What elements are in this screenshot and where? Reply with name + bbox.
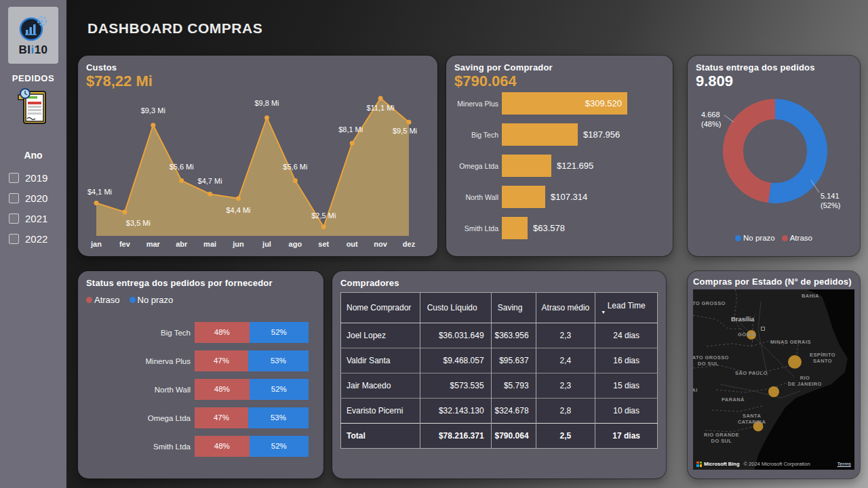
map-bubble-minas-gerais[interactable] bbox=[788, 355, 802, 369]
custos-month-label: jul bbox=[262, 240, 271, 248]
custos-point-mar[interactable] bbox=[151, 123, 155, 127]
card-title: Status entrega dos pedidos bbox=[696, 62, 852, 73]
saving-bar-north-wall[interactable] bbox=[502, 186, 545, 208]
table-cell: 2,4 bbox=[536, 348, 595, 373]
segment-no-prazo-smith-ltda[interactable]: 52% bbox=[250, 436, 309, 457]
donut-callout-atraso: 4.668 bbox=[701, 110, 720, 119]
saving-category-label: Smith Ltda bbox=[454, 224, 502, 232]
segment-atraso-big-tech[interactable]: 48% bbox=[195, 322, 250, 343]
logo-text: BIi10 bbox=[18, 44, 47, 56]
card-title: Compradores bbox=[340, 278, 658, 288]
custos-point-jun[interactable] bbox=[236, 196, 241, 201]
custos-point-dez[interactable] bbox=[407, 120, 412, 125]
fornecedor-legend: AtrasoNo prazo bbox=[86, 295, 315, 305]
pedidos-label: PEDIDOS bbox=[12, 73, 55, 83]
table-row[interactable]: Valdir Santa$9.468.057$95.6372,416 dias bbox=[341, 348, 658, 373]
custos-month-label: out bbox=[347, 240, 358, 248]
custos-point-out[interactable] bbox=[350, 141, 355, 146]
segment-atraso-north-wall[interactable]: 48% bbox=[195, 379, 250, 400]
total-cell: $790.064 bbox=[491, 424, 536, 449]
map-canvas: BAHIAMATO GROSSOGOIÁSMINAS GERAISESPÍRIT… bbox=[693, 289, 854, 470]
year-checkbox-2019[interactable] bbox=[9, 173, 19, 183]
table-cell: $36.031.649 bbox=[420, 323, 491, 348]
segment-no-prazo-minerva-plus[interactable]: 53% bbox=[248, 350, 309, 371]
table-cell: 10 dias bbox=[595, 399, 658, 424]
card-status-entrega: Status entrega dos pedidos 9.809 4.668(4… bbox=[688, 56, 860, 256]
custos-point-set[interactable] bbox=[321, 224, 326, 229]
column-header-atraso-medio[interactable]: Atraso médio bbox=[536, 293, 595, 323]
table-cell: $573.535 bbox=[420, 373, 491, 399]
year-filter-2022[interactable]: 2022 bbox=[0, 233, 66, 245]
custos-point-jul[interactable] bbox=[264, 115, 269, 120]
card-mapa: Compras por Estado (N° de pedidos) BAHIA… bbox=[688, 271, 860, 479]
card-saving: Saving por Comprador $790.064 Minerva Pl… bbox=[446, 56, 673, 256]
custos-month-label: fev bbox=[119, 240, 131, 248]
custos-month-label: abr bbox=[176, 240, 188, 248]
custos-point-ago[interactable] bbox=[293, 178, 298, 183]
map-bubble-sao-paulo[interactable] bbox=[768, 386, 779, 397]
map-state-label: MINAS GERAIS bbox=[770, 339, 811, 345]
total-cell: 2,5 bbox=[536, 424, 595, 449]
custos-value-label: $4,7 Mi bbox=[198, 177, 222, 185]
year-checkbox-2021[interactable] bbox=[9, 214, 19, 224]
column-header-lead-time[interactable]: Lead Time▼ bbox=[595, 293, 658, 323]
column-header-custo-liquido[interactable]: Custo Líquido bbox=[420, 293, 491, 323]
map-state-label: SANTA CATARINA bbox=[738, 413, 766, 426]
segment-atraso-omega-ltda[interactable]: 47% bbox=[195, 407, 248, 428]
year-checkbox-2022[interactable] bbox=[9, 234, 19, 244]
fornecedor-row: Smith Ltda48%52% bbox=[86, 436, 315, 457]
custos-value-label: $3,5 Mi bbox=[126, 219, 151, 227]
card-status-fornecedor: Status entrega dos pedidos por fornecedo… bbox=[78, 271, 323, 479]
total-cell: Total bbox=[341, 424, 420, 449]
year-filter-2021[interactable]: 2021 bbox=[0, 213, 66, 224]
sort-desc-icon: ▼ bbox=[595, 310, 657, 314]
custos-point-mai[interactable] bbox=[208, 192, 212, 197]
map-state-label: PARAGUAI bbox=[693, 387, 698, 393]
terms-link[interactable]: Terms bbox=[837, 461, 851, 467]
saving-bar-omega-ltda[interactable] bbox=[502, 155, 551, 177]
table-row[interactable]: Evaristo Picerni$32.143.130$324.6782,810… bbox=[341, 399, 658, 424]
custos-value-label: $5,6 Mi bbox=[283, 163, 307, 171]
column-header-nome-comprador[interactable]: Nome Comprador bbox=[341, 293, 420, 323]
saving-category-label: Minerva Plus bbox=[454, 100, 502, 108]
card-title: Saving por Comprador bbox=[454, 62, 665, 73]
segment-no-prazo-omega-ltda[interactable]: 53% bbox=[248, 407, 309, 428]
custos-month-label: dez bbox=[403, 240, 416, 248]
saving-bar-chart: Minerva Plus$309.520Big Tech$187.956Omeg… bbox=[454, 92, 665, 239]
table-row[interactable]: Jair Macedo$573.535$5.7932,315 dias bbox=[341, 373, 658, 399]
year-label: 2021 bbox=[25, 213, 47, 224]
custos-point-nov[interactable] bbox=[378, 96, 383, 101]
fornecedor-category-label: Omega Ltda bbox=[86, 414, 195, 422]
map-state-label: SÃO PAULO bbox=[735, 370, 768, 376]
table-cell: 24 dias bbox=[595, 323, 658, 348]
saving-bar-minerva-plus[interactable]: $309.520 bbox=[502, 92, 627, 115]
table-cell: 2,8 bbox=[536, 399, 595, 424]
logo-art-icon bbox=[18, 15, 49, 43]
saving-category-label: Big Tech bbox=[454, 131, 502, 139]
column-header-saving[interactable]: Saving bbox=[491, 293, 536, 323]
saving-bar-big-tech[interactable] bbox=[502, 123, 578, 146]
year-filter-2020[interactable]: 2020 bbox=[0, 192, 66, 204]
segment-atraso-minerva-plus[interactable]: 47% bbox=[195, 350, 248, 371]
saving-bar-smith-ltda[interactable] bbox=[502, 217, 528, 239]
year-checkbox-2020[interactable] bbox=[9, 193, 19, 203]
year-filter-2019[interactable]: 2019 bbox=[0, 172, 66, 184]
table-cell: 2,3 bbox=[536, 323, 595, 348]
custos-point-fev[interactable] bbox=[122, 209, 127, 214]
map-state-label: PARANÁ bbox=[722, 396, 745, 403]
microsoft-logo-icon bbox=[696, 462, 702, 467]
table-cell: $95.637 bbox=[491, 348, 536, 373]
segment-atraso-smith-ltda[interactable]: 48% bbox=[195, 436, 250, 457]
donut-legend: No prazoAtraso bbox=[696, 234, 852, 242]
custos-point-jan[interactable] bbox=[94, 201, 99, 205]
custos-value-label: $4,4 Mi bbox=[226, 206, 250, 214]
card-custos: Custos $78,22 Mi $4,1 Mijan$3,5 Mifev$9,… bbox=[78, 56, 437, 256]
segment-no-prazo-big-tech[interactable]: 52% bbox=[250, 322, 309, 343]
saving-row: Smith Ltda$63.578 bbox=[454, 217, 665, 239]
custos-point-abr[interactable] bbox=[179, 178, 184, 183]
map-state-label: ESPÍRITO SANTO bbox=[810, 352, 835, 365]
saving-value-label: $309.520 bbox=[585, 92, 622, 115]
segment-no-prazo-north-wall[interactable]: 52% bbox=[250, 379, 309, 400]
table-row[interactable]: Joel Lopez$36.031.649$363.9562,324 dias bbox=[341, 323, 658, 348]
saving-kpi: $790.064 bbox=[454, 73, 665, 89]
